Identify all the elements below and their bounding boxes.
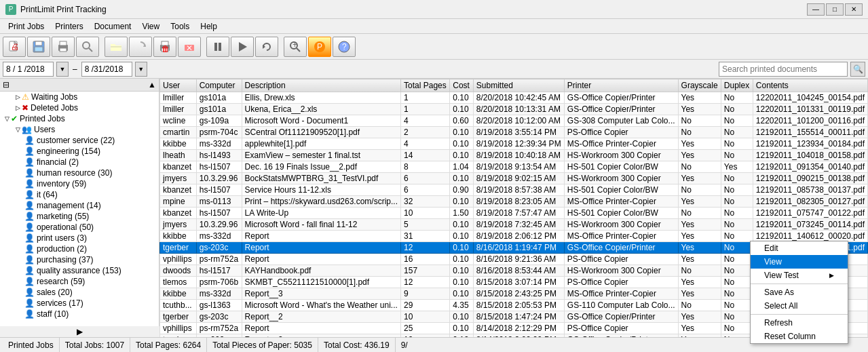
toolbar-zoom-btn[interactable]: + bbox=[284, 37, 307, 57]
col-duplex[interactable]: Duplex bbox=[721, 79, 753, 92]
context-menu-separator bbox=[751, 283, 848, 284]
sidebar-label-printed: Printed Jobs bbox=[20, 114, 65, 123]
svg-rect-4 bbox=[35, 41, 42, 45]
table-row[interactable]: jmyers10.3.29.96Microsoft Word - fall fi… bbox=[160, 219, 868, 231]
minimize-button[interactable]: — bbox=[807, 3, 825, 16]
search-input[interactable] bbox=[719, 62, 848, 77]
svg-point-9 bbox=[83, 42, 90, 49]
sidebar-item-print-users[interactable]: 👤 print users (3) bbox=[0, 233, 159, 243]
sidebar-item-waiting-jobs[interactable]: ▷ ⚠ Waiting Jobs bbox=[0, 92, 159, 102]
leaf-icon-qa: 👤 bbox=[24, 266, 35, 275]
deleted-icon: ✖ bbox=[22, 103, 29, 113]
sidebar-item-deleted-jobs[interactable]: ▷ ✖ Deleted Jobs bbox=[0, 102, 159, 113]
toolbar-refresh-btn[interactable] bbox=[129, 37, 152, 57]
sidebar-item-research[interactable]: 👤 research (59) bbox=[0, 276, 159, 287]
toolbar-folder-btn[interactable] bbox=[105, 37, 128, 57]
leaf-icon-pu: 👤 bbox=[24, 233, 35, 243]
sidebar-item-users[interactable]: ▽ 👥 Users bbox=[0, 124, 159, 135]
sidebar-item-human-resource[interactable]: 👤 human resource (30) bbox=[0, 168, 159, 178]
sidebar-item-services[interactable]: 👤 services (17) bbox=[0, 298, 159, 309]
table-row[interactable]: mpinems-0113Print – https://skyward.usd2… bbox=[160, 196, 868, 208]
col-description[interactable]: Description bbox=[242, 79, 400, 92]
context-menu-item-reset-column[interactable]: Reset Column bbox=[751, 330, 848, 343]
col-user[interactable]: User bbox=[160, 79, 197, 92]
sidebar-item-marketing[interactable]: 👤 marketing (55) bbox=[0, 211, 159, 222]
tree-expander-users[interactable]: ▽ bbox=[14, 126, 22, 133]
toolbar-cancel-btn[interactable]: ✕ bbox=[178, 37, 201, 57]
sidebar-label-waiting: Waiting Jobs bbox=[31, 92, 77, 102]
menu-printers[interactable]: Printers bbox=[50, 20, 88, 33]
col-contents[interactable]: Contents bbox=[753, 79, 867, 92]
context-menu-item-refresh[interactable]: Refresh bbox=[751, 316, 848, 330]
context-menu-item-edit[interactable]: Edit bbox=[751, 241, 848, 255]
tree-collapse-all[interactable]: ⊟ bbox=[3, 80, 10, 90]
tree-expander-printed[interactable]: ▽ bbox=[3, 115, 11, 122]
table-row[interactable]: kkibbems-332dapplewhite[1].pdf40.108/19/… bbox=[160, 138, 868, 150]
menu-view[interactable]: View bbox=[136, 20, 165, 33]
date-to-input[interactable] bbox=[81, 62, 132, 77]
sidebar-label-print-users: print users (3) bbox=[37, 233, 87, 243]
col-computer[interactable]: Computer bbox=[196, 79, 242, 92]
sidebar-item-inventory[interactable]: 👤 inventory (59) bbox=[0, 178, 159, 189]
col-cost[interactable]: Cost bbox=[450, 79, 474, 92]
date-from-input[interactable] bbox=[3, 62, 54, 77]
toolbar-new-btn[interactable]: 🖨 bbox=[3, 37, 26, 57]
svg-line-24 bbox=[297, 48, 300, 52]
table-row[interactable]: jmyers10.3.29.96BockStatsMWPTBRG_31_Test… bbox=[160, 173, 868, 184]
toolbar-play-btn[interactable] bbox=[231, 37, 254, 57]
table-row[interactable]: kkibbems-332dReport310.108/19/2018 2:06:… bbox=[160, 231, 868, 242]
col-submitted[interactable]: Submitted bbox=[473, 79, 564, 92]
menu-help[interactable]: Help bbox=[195, 20, 223, 33]
table-row[interactable]: cmartinpsrm-704cSCentral Of11121909520[1… bbox=[160, 127, 868, 138]
sidebar-item-production[interactable]: 👤 production (2) bbox=[0, 243, 159, 254]
sidebar-item-operational[interactable]: 👤 operational (50) bbox=[0, 222, 159, 233]
context-menu-item-save-as[interactable]: Save As bbox=[751, 286, 848, 299]
table-row[interactable]: kbanzeths-l1507Service Hours 11-12.xls60… bbox=[160, 184, 868, 196]
tree-expander-waiting[interactable]: ▷ bbox=[14, 94, 22, 100]
toolbar-delete-btn[interactable]: 🗑 bbox=[153, 37, 176, 57]
users-icon: 👥 bbox=[22, 125, 32, 134]
toolbar-help-btn[interactable]: ? bbox=[333, 37, 356, 57]
table-row[interactable]: wclinegs-109aMicrosoft Word - Document14… bbox=[160, 115, 868, 127]
col-printer[interactable]: Printer bbox=[564, 79, 678, 92]
sidebar-scroll-up[interactable]: ▲ bbox=[148, 80, 156, 90]
table-row[interactable]: lmillergs101aEllis, Drew.xls10.108/20/20… bbox=[160, 92, 868, 104]
sidebar-item-management[interactable]: 👤 management (14) bbox=[0, 200, 159, 211]
tree-expander-deleted[interactable]: ▷ bbox=[14, 104, 22, 111]
date-to-picker[interactable]: ▼ bbox=[135, 62, 147, 77]
menu-print-jobs[interactable]: Print Jobs bbox=[3, 20, 50, 33]
toolbar-save-btn[interactable] bbox=[27, 37, 50, 57]
menu-tools[interactable]: Tools bbox=[165, 20, 195, 33]
svg-marker-20 bbox=[239, 42, 247, 52]
sidebar-item-staff[interactable]: 👤 staff (10) bbox=[0, 309, 159, 319]
toolbar-print-btn[interactable] bbox=[52, 37, 75, 57]
table-row[interactable]: lheathhs-l1493ExamView – semester 1 fina… bbox=[160, 150, 868, 161]
context-menu-item-view-test[interactable]: View Test▶ bbox=[751, 269, 848, 282]
close-button[interactable]: ✕ bbox=[845, 3, 863, 16]
col-pages[interactable]: Total Pages bbox=[401, 79, 450, 92]
table-row[interactable]: kbanzeths-l1507LA Write-Up101.508/19/201… bbox=[160, 208, 868, 219]
context-menu-item-view[interactable]: View bbox=[751, 255, 848, 269]
search-button[interactable]: 🔍 bbox=[850, 62, 865, 77]
sidebar-item-customer-service[interactable]: 👤 customer service (22) bbox=[0, 135, 159, 146]
sidebar-item-engineering[interactable]: 👤 engineering (154) bbox=[0, 146, 159, 157]
sidebar-item-sales[interactable]: 👤 sales (20) bbox=[0, 287, 159, 298]
app-icon: P bbox=[5, 4, 16, 15]
date-from-picker[interactable]: ▼ bbox=[56, 62, 69, 77]
table-row[interactable]: kbanzeths-l1507Dec. 16 19 Finals Issue__… bbox=[160, 161, 868, 173]
table-row[interactable]: lmillergs101aUkena, Erica__2.xls10.108/2… bbox=[160, 104, 868, 115]
sidebar-item-quality-assurance[interactable]: 👤 quality assurance (153) bbox=[0, 265, 159, 276]
sidebar-item-purchasing[interactable]: 👤 purchasing (37) bbox=[0, 254, 159, 265]
toolbar-reload-btn[interactable] bbox=[255, 37, 278, 57]
toolbar-find-btn[interactable] bbox=[76, 37, 99, 57]
sidebar-item-printed-jobs[interactable]: ▽ ✔ Printed Jobs bbox=[0, 113, 159, 124]
toolbar-pause-btn[interactable] bbox=[206, 37, 229, 57]
context-menu-item-select-all[interactable]: Select All bbox=[751, 299, 848, 313]
col-grayscale[interactable]: Grayscale bbox=[678, 79, 721, 92]
sidebar-scroll-right[interactable]: ▶ bbox=[77, 327, 83, 336]
maximize-button[interactable]: □ bbox=[826, 3, 844, 16]
toolbar-orange-btn[interactable]: P bbox=[308, 37, 331, 57]
sidebar-item-financial[interactable]: 👤 financial (2) bbox=[0, 157, 159, 168]
menu-document[interactable]: Document bbox=[89, 20, 137, 33]
sidebar-item-it[interactable]: 👤 it (64) bbox=[0, 189, 159, 200]
